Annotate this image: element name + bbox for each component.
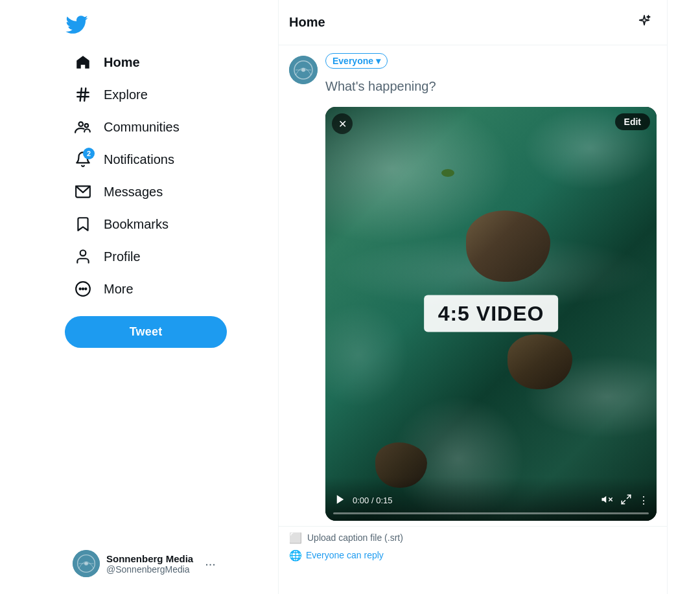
video-preview: 4:5 VIDEO ✕ Edit 0:00 / 0:15 (325, 107, 657, 521)
svg-point-5 (85, 124, 88, 127)
svg-line-24 (627, 495, 631, 498)
hashtag-icon (74, 86, 92, 104)
svg-point-10 (82, 288, 84, 290)
caption-icon: ⬜ (289, 532, 302, 544)
video-label-overlay: 4:5 VIDEO (424, 295, 559, 332)
caption-row: ⬜ Upload caption file (.srt) (279, 527, 667, 547)
profile-name: Sonnenberg Media (106, 553, 193, 564)
sidebar-item-profile-label: Profile (104, 249, 141, 264)
time-total: 0:15 (376, 496, 392, 505)
svg-marker-21 (602, 496, 607, 503)
caption-label[interactable]: Upload caption file (.srt) (307, 532, 403, 543)
sidebar-item-more-label: More (104, 282, 134, 297)
avatar (73, 550, 100, 577)
profile-info: Sonnenberg Media @SonnenbergMedia (106, 553, 193, 575)
compose-avatar (289, 56, 318, 84)
sidebar-profile[interactable]: Sonnenberg Media @SonnenbergMedia ··· (65, 543, 224, 584)
compose-placeholder[interactable]: What's happening? (325, 74, 657, 97)
sidebar-item-bookmarks-label: Bookmarks (104, 217, 169, 232)
bookmark-icon (74, 215, 92, 233)
rock-moss (441, 169, 454, 177)
communities-icon (74, 118, 92, 136)
progress-bar[interactable] (333, 512, 649, 514)
time-current: 0:00 (353, 496, 369, 505)
more-circle-icon (74, 280, 92, 298)
sparkle-button[interactable] (632, 9, 657, 36)
main-header: Home (279, 0, 667, 45)
sidebar-item-notifications-label: Notifications (104, 152, 174, 167)
sidebar-item-communities[interactable]: Communities (65, 111, 189, 143)
sidebar-item-explore-label: Explore (104, 87, 148, 102)
svg-line-3 (84, 88, 86, 101)
mute-button[interactable] (600, 492, 614, 508)
main-content: Home Everyone ▾ (279, 0, 668, 594)
profile-more-dots[interactable]: ··· (205, 556, 216, 571)
person-icon (74, 247, 92, 266)
video-label-text: 4:5 VIDEO (438, 302, 544, 325)
fullscreen-button[interactable] (619, 492, 633, 508)
svg-point-15 (84, 562, 88, 565)
compose-area: Everyone ▾ What's happening? 4:5 VIDEO (279, 45, 667, 527)
compose-right: Everyone ▾ What's happening? 4:5 VIDEO (325, 53, 657, 521)
audience-label: Everyone (332, 56, 373, 66)
sidebar-item-more[interactable]: More (65, 273, 143, 304)
close-video-button[interactable]: ✕ (332, 113, 353, 134)
audience-selector[interactable]: Everyone ▾ (325, 53, 388, 69)
svg-line-25 (622, 500, 625, 503)
notification-badge: 2 (83, 148, 95, 159)
profile-handle: @SonnenbergMedia (106, 564, 193, 575)
tweet-button[interactable]: Tweet (65, 316, 227, 348)
sidebar-item-home[interactable]: Home (65, 47, 149, 78)
sidebar-item-bookmarks[interactable]: Bookmarks (65, 209, 178, 240)
sidebar: Home Explore Communities (0, 0, 279, 594)
sidebar-item-home-label: Home (104, 55, 140, 70)
svg-point-9 (80, 288, 81, 290)
sidebar-item-profile[interactable]: Profile (65, 241, 150, 272)
everyone-reply-row: 🌐 Everyone can reply (279, 547, 667, 569)
sidebar-nav: Home Explore Communities (65, 47, 265, 306)
play-button[interactable] (333, 492, 347, 508)
time-display: 0:00 / 0:15 (353, 496, 594, 505)
sidebar-item-explore[interactable]: Explore (65, 79, 157, 110)
controls-row: 0:00 / 0:15 (333, 492, 649, 508)
page-title: Home (289, 15, 325, 30)
svg-marker-20 (337, 495, 344, 504)
svg-point-11 (85, 288, 86, 290)
home-icon (74, 53, 92, 71)
sidebar-item-messages-label: Messages (104, 185, 163, 200)
twitter-logo[interactable] (65, 5, 265, 44)
edit-video-button[interactable]: Edit (615, 113, 650, 130)
sidebar-item-notifications[interactable]: 2 Notifications (65, 144, 183, 175)
envelope-icon (74, 183, 92, 201)
svg-point-4 (79, 122, 84, 126)
video-controls: 0:00 / 0:15 (325, 477, 657, 521)
everyone-can-reply-label[interactable]: Everyone can reply (306, 550, 384, 560)
compose-top: Everyone ▾ What's happening? 4:5 VIDEO (289, 53, 657, 521)
bell-icon: 2 (74, 150, 92, 168)
globe-icon: 🌐 (289, 549, 302, 562)
svg-point-7 (80, 250, 86, 256)
sidebar-item-communities-label: Communities (104, 120, 180, 135)
svg-point-19 (301, 68, 305, 72)
svg-line-2 (80, 88, 82, 101)
video-more-button[interactable]: ⋮ (638, 494, 649, 507)
chevron-down-icon: ▾ (376, 56, 380, 66)
sidebar-item-messages[interactable]: Messages (65, 176, 172, 207)
